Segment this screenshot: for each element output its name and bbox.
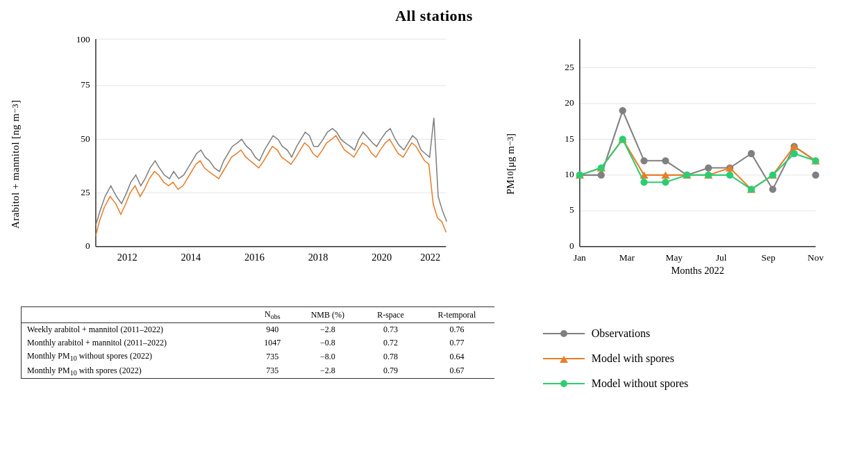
table-header-nobs: Nobs [251, 307, 294, 323]
table-cell-rtemporal: 0.64 [419, 350, 494, 363]
table-cell-nmb: −8.0 [294, 350, 362, 363]
svg-point-48 [769, 186, 776, 193]
table-cell-nmb: −0.8 [294, 336, 362, 350]
table-row: Monthly PM10 with spores (2022) 735 −2.8… [22, 364, 494, 379]
svg-point-71 [748, 186, 755, 193]
svg-text:75: 75 [81, 79, 90, 90]
svg-point-70 [726, 172, 733, 179]
svg-point-63 [576, 172, 583, 179]
left-chart-svg: 0 25 50 75 100 2012 2014 2016 2018 2020 … [25, 32, 495, 275]
legend-item-model-with-spores: Model with spores [543, 352, 854, 366]
page-container: All stations Arabitol + mannitol [ng m−3… [0, 0, 868, 458]
svg-point-45 [705, 164, 712, 171]
stats-table-wrapper: Nobs NMB (%) R-space R-temporal Weekly a… [14, 303, 501, 414]
table-cell-rtemporal: 0.76 [419, 323, 494, 337]
svg-text:2020: 2020 [372, 252, 392, 263]
svg-point-65 [619, 136, 626, 142]
svg-text:5: 5 [569, 204, 574, 215]
table-cell-nmb: −2.8 [294, 364, 362, 379]
table-header-label [22, 307, 251, 323]
legend-line-model-without-spores-icon [543, 377, 585, 391]
svg-text:Months 2022: Months 2022 [671, 265, 724, 275]
table-header-rtemporal: R-temporal [419, 307, 494, 323]
svg-text:Mar: Mar [619, 252, 635, 263]
svg-text:100: 100 [76, 34, 90, 44]
legend-item-observations: Observations [543, 327, 854, 341]
legend-line-model-with-spores-icon [543, 352, 585, 366]
table-cell-nobs: 735 [251, 350, 294, 363]
left-y-axis-label: Arabitol + mannitol [ng m−3] [7, 25, 22, 303]
legend-label-model-with-spores: Model with spores [592, 352, 674, 365]
legend-label-observations: Observations [592, 327, 650, 340]
left-chart-wrapper: Arabitol + mannitol [ng m−3] [7, 25, 502, 303]
table-cell-rspace: 0.78 [362, 350, 419, 363]
svg-point-64 [598, 164, 605, 171]
svg-text:20: 20 [565, 97, 575, 108]
svg-text:Sep: Sep [762, 252, 776, 263]
table-cell-label: Monthly PM10 with spores (2022) [22, 364, 251, 379]
svg-text:2012: 2012 [117, 252, 137, 263]
svg-text:25: 25 [565, 62, 575, 72]
svg-text:0: 0 [569, 240, 574, 251]
svg-text:10: 10 [565, 169, 575, 179]
svg-point-50 [812, 172, 819, 179]
table-cell-rtemporal: 0.77 [419, 336, 494, 350]
svg-text:May: May [666, 252, 683, 263]
table-row: Monthly PM10 without spores (2022) 735 −… [22, 350, 494, 363]
table-cell-rspace: 0.72 [362, 336, 419, 350]
right-chart-svg: 0 5 10 15 20 25 Jan Mar May Jul Sep Nov … [520, 32, 854, 275]
table-cell-label: Monthly arabitol + mannitol (2011–2022) [22, 336, 251, 350]
table-row: Monthly arabitol + mannitol (2011–2022) … [22, 336, 494, 350]
table-cell-label: Weekly arabitol + mannitol (2011–2022) [22, 323, 251, 337]
svg-text:50: 50 [81, 133, 90, 144]
bottom-section: Nobs NMB (%) R-space R-temporal Weekly a… [0, 303, 868, 414]
svg-point-74 [812, 157, 819, 164]
svg-point-47 [748, 150, 755, 157]
table-cell-rspace: 0.79 [362, 364, 419, 379]
right-chart-area: 0 5 10 15 20 25 Jan Mar May Jul Sep Nov … [517, 25, 861, 303]
svg-text:25: 25 [81, 187, 90, 197]
legend-item-model-without-spores: Model without spores [543, 377, 854, 391]
svg-point-68 [684, 172, 691, 179]
stats-table: Nobs NMB (%) R-space R-temporal Weekly a… [21, 306, 494, 379]
svg-text:0: 0 [85, 240, 90, 251]
svg-point-66 [641, 179, 648, 186]
svg-point-69 [705, 172, 712, 179]
legend-line-observations-icon [543, 327, 585, 341]
table-header-nmb: NMB (%) [294, 307, 362, 323]
table-cell-rspace: 0.73 [362, 323, 419, 337]
svg-point-73 [791, 150, 798, 157]
svg-point-76 [560, 330, 567, 337]
right-chart-wrapper: PM10 [μg m−3] [502, 25, 861, 303]
svg-point-41 [619, 107, 626, 114]
svg-point-43 [662, 157, 669, 164]
table-cell-nobs: 1047 [251, 336, 294, 350]
table-cell-rtemporal: 0.67 [419, 364, 494, 379]
svg-text:2016: 2016 [244, 252, 265, 263]
table-cell-nobs: 735 [251, 364, 294, 379]
svg-point-80 [560, 380, 567, 387]
svg-point-40 [598, 172, 605, 179]
svg-text:2014: 2014 [181, 252, 201, 263]
svg-point-42 [641, 157, 648, 164]
svg-text:Jul: Jul [716, 252, 727, 263]
right-y-axis-label: PM10 [μg m−3] [502, 25, 517, 303]
table-cell-nobs: 940 [251, 323, 294, 337]
table-cell-nmb: −2.8 [294, 323, 362, 337]
svg-point-67 [662, 179, 669, 186]
svg-text:Jan: Jan [574, 252, 586, 263]
svg-text:Nov: Nov [808, 252, 824, 263]
svg-text:15: 15 [565, 133, 575, 144]
table-cell-label: Monthly PM10 without spores (2022) [22, 350, 251, 363]
left-chart-area: 0 25 50 75 100 2012 2014 2016 2018 2020 … [22, 25, 502, 303]
svg-point-72 [769, 172, 776, 179]
legend-label-model-without-spores: Model without spores [592, 377, 689, 390]
legend-wrapper: Observations Model with spores Model wit… [501, 303, 854, 414]
charts-row: Arabitol + mannitol [ng m−3] [0, 25, 868, 303]
table-header-rspace: R-space [362, 307, 419, 323]
svg-text:2022: 2022 [420, 252, 440, 263]
main-title: All stations [0, 0, 868, 25]
svg-text:2018: 2018 [308, 252, 328, 263]
table-row: Weekly arabitol + mannitol (2011–2022) 9… [22, 323, 494, 337]
